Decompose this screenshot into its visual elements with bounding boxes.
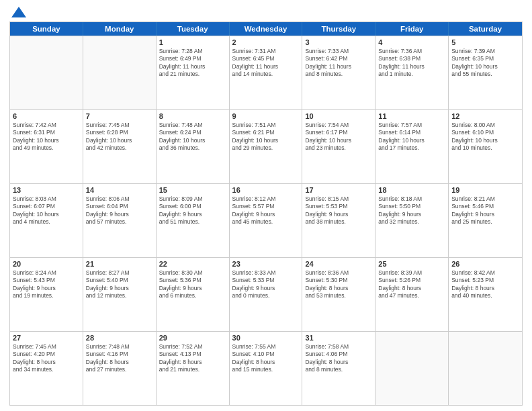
cell-date-number: 23 xyxy=(232,260,300,268)
cell-date-number: 26 xyxy=(451,260,519,268)
cell-date-number: 3 xyxy=(305,38,372,46)
empty-cell xyxy=(375,332,449,405)
day-header-monday: Monday xyxy=(83,22,157,36)
day-cell-24: 24Sunrise: 8:36 AMSunset: 5:30 PMDayligh… xyxy=(302,258,375,331)
day-cell-28: 28Sunrise: 7:48 AMSunset: 4:16 PMDayligh… xyxy=(83,332,157,405)
day-cell-30: 30Sunrise: 7:55 AMSunset: 4:10 PMDayligh… xyxy=(230,332,303,405)
cell-date-number: 12 xyxy=(451,112,519,120)
empty-cell xyxy=(10,36,83,109)
cell-info-text: Sunrise: 8:15 AMSunset: 5:53 PMDaylight:… xyxy=(305,195,372,226)
cell-date-number: 19 xyxy=(451,186,519,194)
cell-info-text: Sunrise: 8:18 AMSunset: 5:50 PMDaylight:… xyxy=(378,195,445,226)
cell-info-text: Sunrise: 7:52 AMSunset: 4:13 PMDaylight:… xyxy=(159,343,226,374)
day-cell-13: 13Sunrise: 8:03 AMSunset: 6:07 PMDayligh… xyxy=(10,184,83,257)
page: SundayMondayTuesdayWednesdayThursdayFrid… xyxy=(0,0,532,411)
day-cell-10: 10Sunrise: 7:54 AMSunset: 6:17 PMDayligh… xyxy=(302,110,375,183)
cell-date-number: 18 xyxy=(378,186,445,194)
cell-info-text: Sunrise: 7:51 AMSunset: 6:21 PMDaylight:… xyxy=(232,122,300,152)
cell-date-number: 4 xyxy=(378,38,445,46)
cell-date-number: 21 xyxy=(86,260,153,268)
day-cell-20: 20Sunrise: 8:24 AMSunset: 5:43 PMDayligh… xyxy=(10,258,83,331)
cell-info-text: Sunrise: 8:00 AMSunset: 6:10 PMDaylight:… xyxy=(451,122,519,152)
day-cell-16: 16Sunrise: 8:12 AMSunset: 5:57 PMDayligh… xyxy=(230,184,303,257)
day-cell-23: 23Sunrise: 8:33 AMSunset: 5:33 PMDayligh… xyxy=(230,258,303,331)
week-row-1: 1Sunrise: 7:28 AMSunset: 6:49 PMDaylight… xyxy=(10,36,522,109)
cell-date-number: 30 xyxy=(232,334,300,342)
day-cell-1: 1Sunrise: 7:28 AMSunset: 6:49 PMDaylight… xyxy=(157,36,230,109)
cell-info-text: Sunrise: 7:31 AMSunset: 6:45 PMDaylight:… xyxy=(232,48,300,79)
cell-date-number: 29 xyxy=(159,334,226,342)
day-cell-11: 11Sunrise: 7:57 AMSunset: 6:14 PMDayligh… xyxy=(375,110,449,183)
cell-date-number: 6 xyxy=(13,112,80,120)
day-cell-15: 15Sunrise: 8:09 AMSunset: 6:00 PMDayligh… xyxy=(157,184,230,257)
cell-info-text: Sunrise: 8:24 AMSunset: 5:43 PMDaylight:… xyxy=(13,269,80,300)
cell-date-number: 10 xyxy=(305,112,372,120)
cell-info-text: Sunrise: 8:09 AMSunset: 6:00 PMDaylight:… xyxy=(159,195,226,226)
day-cell-5: 5Sunrise: 7:39 AMSunset: 6:35 PMDaylight… xyxy=(449,36,522,109)
cell-info-text: Sunrise: 7:33 AMSunset: 6:42 PMDaylight:… xyxy=(305,48,372,79)
cell-date-number: 17 xyxy=(305,186,372,194)
day-cell-3: 3Sunrise: 7:33 AMSunset: 6:42 PMDaylight… xyxy=(302,36,375,109)
cell-info-text: Sunrise: 7:48 AMSunset: 4:16 PMDaylight:… xyxy=(86,343,153,374)
day-cell-21: 21Sunrise: 8:27 AMSunset: 5:40 PMDayligh… xyxy=(83,258,157,331)
cell-info-text: Sunrise: 8:21 AMSunset: 5:46 PMDaylight:… xyxy=(451,195,519,226)
day-header-friday: Friday xyxy=(375,22,449,36)
cell-info-text: Sunrise: 8:30 AMSunset: 5:36 PMDaylight:… xyxy=(159,269,226,300)
day-cell-4: 4Sunrise: 7:36 AMSunset: 6:38 PMDaylight… xyxy=(375,36,449,109)
day-header-sunday: Sunday xyxy=(10,22,83,36)
logo xyxy=(9,7,26,17)
day-header-thursday: Thursday xyxy=(302,22,375,36)
day-cell-18: 18Sunrise: 8:18 AMSunset: 5:50 PMDayligh… xyxy=(375,184,449,257)
day-cell-26: 26Sunrise: 8:42 AMSunset: 5:23 PMDayligh… xyxy=(449,258,522,331)
week-row-2: 6Sunrise: 7:42 AMSunset: 6:31 PMDaylight… xyxy=(10,109,522,183)
cell-info-text: Sunrise: 8:42 AMSunset: 5:23 PMDaylight:… xyxy=(451,269,519,300)
cell-date-number: 5 xyxy=(451,38,519,46)
cell-date-number: 24 xyxy=(305,260,372,268)
day-cell-31: 31Sunrise: 7:58 AMSunset: 4:06 PMDayligh… xyxy=(302,332,375,405)
cell-info-text: Sunrise: 8:27 AMSunset: 5:40 PMDaylight:… xyxy=(86,269,153,300)
cell-date-number: 16 xyxy=(232,186,300,194)
cell-info-text: Sunrise: 8:06 AMSunset: 6:04 PMDaylight:… xyxy=(86,195,153,226)
cell-info-text: Sunrise: 7:45 AMSunset: 6:28 PMDaylight:… xyxy=(86,122,153,152)
day-cell-12: 12Sunrise: 8:00 AMSunset: 6:10 PMDayligh… xyxy=(449,110,522,183)
cell-date-number: 7 xyxy=(86,112,153,120)
cell-date-number: 1 xyxy=(159,38,226,46)
calendar-body: 1Sunrise: 7:28 AMSunset: 6:49 PMDaylight… xyxy=(10,36,522,405)
cell-date-number: 2 xyxy=(232,38,300,46)
day-header-saturday: Saturday xyxy=(449,22,522,36)
week-row-3: 13Sunrise: 8:03 AMSunset: 6:07 PMDayligh… xyxy=(10,183,522,257)
cell-info-text: Sunrise: 7:42 AMSunset: 6:31 PMDaylight:… xyxy=(13,122,80,152)
header xyxy=(9,7,523,17)
svg-marker-0 xyxy=(11,7,26,17)
day-cell-8: 8Sunrise: 7:48 AMSunset: 6:24 PMDaylight… xyxy=(157,110,230,183)
day-cell-27: 27Sunrise: 7:45 AMSunset: 4:20 PMDayligh… xyxy=(10,332,83,405)
cell-date-number: 15 xyxy=(159,186,226,194)
cell-date-number: 9 xyxy=(232,112,300,120)
cell-info-text: Sunrise: 7:28 AMSunset: 6:49 PMDaylight:… xyxy=(159,48,226,79)
cell-date-number: 11 xyxy=(378,112,445,120)
day-cell-7: 7Sunrise: 7:45 AMSunset: 6:28 PMDaylight… xyxy=(83,110,157,183)
cell-info-text: Sunrise: 7:39 AMSunset: 6:35 PMDaylight:… xyxy=(451,48,519,79)
day-cell-17: 17Sunrise: 8:15 AMSunset: 5:53 PMDayligh… xyxy=(302,184,375,257)
logo-icon xyxy=(11,7,26,17)
cell-info-text: Sunrise: 7:54 AMSunset: 6:17 PMDaylight:… xyxy=(305,122,372,152)
day-cell-2: 2Sunrise: 7:31 AMSunset: 6:45 PMDaylight… xyxy=(230,36,303,109)
empty-cell xyxy=(83,36,157,109)
cell-date-number: 25 xyxy=(378,260,445,268)
cell-info-text: Sunrise: 8:12 AMSunset: 5:57 PMDaylight:… xyxy=(232,195,300,226)
cell-info-text: Sunrise: 8:03 AMSunset: 6:07 PMDaylight:… xyxy=(13,195,80,226)
empty-cell xyxy=(449,332,522,405)
calendar: SundayMondayTuesdayWednesdayThursdayFrid… xyxy=(9,21,523,406)
cell-info-text: Sunrise: 8:36 AMSunset: 5:30 PMDaylight:… xyxy=(305,269,372,300)
day-cell-6: 6Sunrise: 7:42 AMSunset: 6:31 PMDaylight… xyxy=(10,110,83,183)
cell-info-text: Sunrise: 7:48 AMSunset: 6:24 PMDaylight:… xyxy=(159,122,226,152)
cell-date-number: 22 xyxy=(159,260,226,268)
cell-info-text: Sunrise: 7:58 AMSunset: 4:06 PMDaylight:… xyxy=(305,343,372,374)
cell-info-text: Sunrise: 7:45 AMSunset: 4:20 PMDaylight:… xyxy=(13,343,80,374)
day-header-wednesday: Wednesday xyxy=(230,22,303,36)
week-row-4: 20Sunrise: 8:24 AMSunset: 5:43 PMDayligh… xyxy=(10,257,522,331)
cell-info-text: Sunrise: 8:39 AMSunset: 5:26 PMDaylight:… xyxy=(378,269,445,300)
calendar-header: SundayMondayTuesdayWednesdayThursdayFrid… xyxy=(10,22,522,36)
day-cell-9: 9Sunrise: 7:51 AMSunset: 6:21 PMDaylight… xyxy=(230,110,303,183)
cell-date-number: 28 xyxy=(86,334,153,342)
